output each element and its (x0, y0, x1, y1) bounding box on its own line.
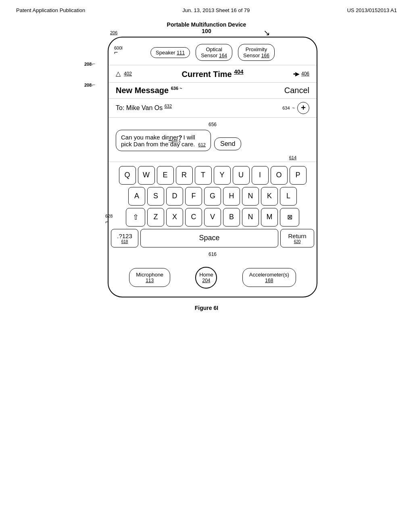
key-L[interactable]: L (280, 187, 297, 206)
speaker-ref: 111 (177, 50, 185, 56)
ref-612: 612 (198, 142, 206, 147)
accelerometer-button: Accelerometer(s) 168 (242, 268, 296, 287)
keyboard-row-1: Q W E R T Y U I O P (111, 166, 314, 185)
key-S[interactable]: S (147, 187, 164, 206)
send-button[interactable]: Send (214, 137, 241, 150)
message-bubble: Can you make dinner? I will pick Dan fro… (116, 130, 211, 151)
status-left: △ 402 (116, 70, 132, 77)
header-center: Jun. 13, 2013 Sheet 16 of 79 (182, 7, 250, 13)
key-N2[interactable]: N (242, 208, 259, 227)
ref-614: 614 (289, 155, 296, 160)
key-D[interactable]: D (166, 187, 183, 206)
key-P[interactable]: P (290, 166, 307, 185)
proximity-sensor-box: ProximitySensor 166 (238, 44, 275, 61)
device-arrow: ↘ (263, 28, 270, 37)
ann-600l: 600l ⌐ (114, 46, 123, 55)
patent-header: Patent Application Publication Jun. 13, … (0, 0, 413, 17)
ref-402: 402 (124, 71, 132, 77)
header-right: US 2013/0152013 A1 (347, 7, 397, 13)
key-B[interactable]: B (223, 208, 240, 227)
message-line2: pick Dan from the day care. (121, 141, 195, 148)
home-button[interactable]: Home 204 (195, 267, 217, 289)
ref-616: 616 (111, 250, 314, 259)
key-W[interactable]: W (138, 166, 155, 185)
signal-icon: △ (116, 70, 121, 77)
speaker-box: Speaker 111 (150, 47, 190, 58)
compose-area: 656 Can you make dinner? I will pick Dan… (108, 118, 317, 162)
new-msg-label: New Message 636 ~ (116, 86, 182, 95)
device-bottom: Microphone 113 Home 204 Accelerometer(s)… (108, 260, 317, 297)
message-line1-end: I will (184, 134, 195, 141)
key-C[interactable]: C (185, 208, 202, 227)
keyboard-row-4: .?123 618 Space Return 620 (111, 229, 314, 247)
plus-button[interactable]: + (297, 102, 309, 114)
key-T[interactable]: T (195, 166, 212, 185)
key-A[interactable]: A (128, 187, 145, 206)
ann-628: 628⌐ (105, 214, 113, 225)
ann-208-top: 208 ⌐ (84, 61, 95, 67)
key-V[interactable]: V (204, 208, 221, 227)
ref-206: 206 (110, 30, 117, 35)
diagram-area: Portable Multifunction Device 100 ↘ 208 … (0, 17, 413, 297)
to-field: To: Mike Van Os 632 634 ~ + (108, 99, 317, 118)
key-O[interactable]: O (271, 166, 288, 185)
keyboard-row-3: ⇧ Z X C V B N M ⊠ (111, 208, 314, 227)
new-message-bar: New Message 636 ~ Cancel (108, 83, 317, 99)
key-U[interactable]: U (233, 166, 250, 185)
ref-656: 656 (116, 122, 309, 127)
key-return[interactable]: Return 620 (280, 229, 314, 247)
battery-icon: ▪▶ (293, 71, 300, 77)
page: Patent Application Publication Jun. 13, … (0, 0, 413, 532)
key-R[interactable]: R (176, 166, 193, 185)
keyboard-area: Q W E R T Y U I O P A S (108, 162, 317, 260)
header-left: Patent Application Publication (16, 7, 85, 13)
microphone-button[interactable]: Microphone 113 (129, 268, 170, 287)
key-M[interactable]: M (261, 208, 278, 227)
key-E[interactable]: E (157, 166, 174, 185)
status-center: Current Time 404 (182, 69, 244, 79)
ref-406: 406 (301, 71, 309, 77)
keyboard-row-3-wrapper: 628⌐ ⇧ Z X C V B N M ⊠ (111, 208, 314, 227)
to-label: To: Mike Van Os 632 (116, 104, 172, 112)
key-F[interactable]: F (185, 187, 202, 206)
proximity-sensor-label: ProximitySensor 166 (243, 46, 269, 58)
speaker-label: Speaker (156, 50, 177, 56)
key-I[interactable]: I (252, 166, 269, 185)
key-shift[interactable]: ⇧ (126, 208, 145, 227)
figure-caption: Figure 6I (0, 305, 413, 311)
key-space[interactable]: Space (140, 229, 278, 247)
key-Z[interactable]: Z (147, 208, 164, 227)
device: 206 600l ⌐ Speaker 111 OpticalSensor 164 (108, 37, 317, 297)
ref-648: ••648-1 (169, 138, 181, 143)
key-delete[interactable]: ⊠ (280, 208, 299, 227)
key-sym[interactable]: .?123 618 (111, 229, 138, 247)
key-X[interactable]: X (166, 208, 183, 227)
key-K[interactable]: K (261, 187, 278, 206)
keyboard-row-2: A S D F G H N K L (111, 187, 314, 206)
key-N[interactable]: N (242, 187, 259, 206)
key-G[interactable]: G (204, 187, 221, 206)
device-top: 600l ⌐ Speaker 111 OpticalSensor 164 Pro… (108, 37, 317, 65)
key-H[interactable]: H (223, 187, 240, 206)
optical-sensor-box: OpticalSensor 164 (196, 44, 232, 61)
ann-208-bottom: 208 ⌐ (84, 82, 95, 88)
key-Q[interactable]: Q (119, 166, 136, 185)
status-right: ▪▶ 406 (293, 71, 309, 77)
optical-sensor-label: OpticalSensor 164 (201, 46, 227, 58)
status-bar: △ 402 Current Time 404 ▪▶ 406 (108, 65, 317, 83)
device-label-title: Portable Multifunction Device (167, 21, 246, 28)
device-label-number: 100 (202, 28, 211, 34)
cancel-button[interactable]: Cancel (284, 86, 309, 95)
key-Y[interactable]: Y (214, 166, 231, 185)
